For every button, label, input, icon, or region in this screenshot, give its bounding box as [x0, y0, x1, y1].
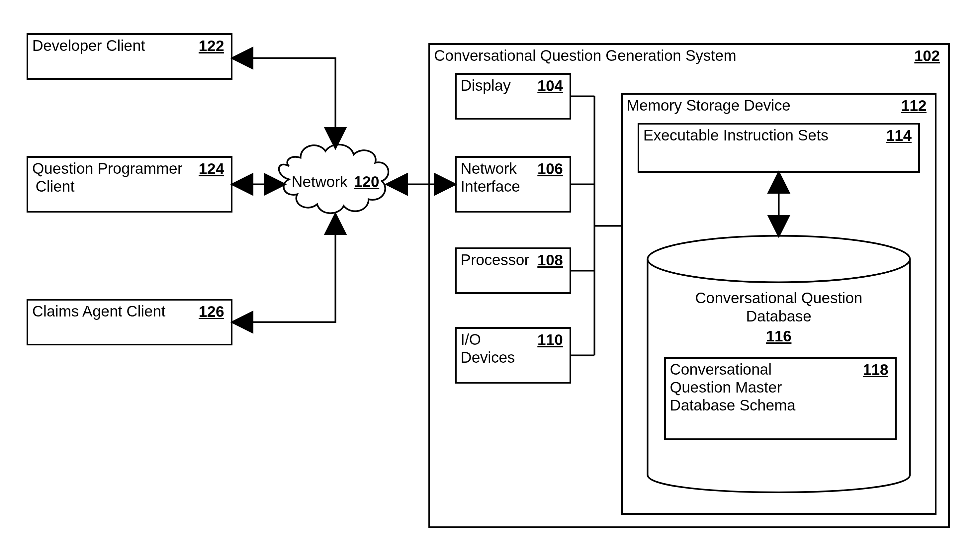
schema-box: Conversational Question Master Database …	[664, 357, 897, 440]
developer-client-ref: 122	[199, 37, 224, 55]
io-label2: Devices	[461, 349, 515, 366]
system-title: Conversational Question Generation Syste…	[434, 47, 736, 64]
db-title1: Conversational Question	[648, 289, 910, 307]
programmer-client-label: Question Programmer	[32, 160, 183, 177]
io-label: I/O	[461, 331, 481, 348]
network-ref: 120	[354, 173, 379, 190]
netif-box: Network Interface 106	[455, 156, 571, 213]
claims-client-label: Claims Agent Client	[32, 302, 165, 320]
schema-label3: Database Schema	[670, 397, 795, 414]
netif-ref: 106	[537, 160, 563, 178]
processor-ref: 108	[537, 251, 563, 269]
schema-label2: Question Master	[670, 378, 782, 396]
processor-label: Processor	[461, 251, 529, 269]
display-label: Display	[461, 77, 511, 94]
claims-client-ref: 126	[199, 302, 224, 321]
io-ref: 110	[537, 331, 563, 349]
exec-box: Executable Instruction Sets 114	[638, 123, 920, 173]
exec-label: Executable Instruction Sets	[643, 127, 828, 144]
db-ref: 116	[648, 327, 910, 345]
exec-ref: 114	[886, 127, 912, 145]
netif-label: Network	[461, 160, 517, 177]
network-label-wrap: Network 120	[289, 173, 382, 191]
db-ref-num: 116	[766, 327, 792, 345]
programmer-client-label2: Client	[35, 178, 75, 195]
network-label: Network	[291, 173, 348, 190]
programmer-client-ref: 124	[199, 160, 224, 178]
io-box: I/O Devices 110	[455, 327, 571, 384]
programmer-client-box: Question Programmer Client 124	[27, 156, 232, 213]
memory-ref: 112	[901, 97, 926, 114]
processor-box: Processor 108	[455, 248, 571, 294]
db-title2: Database	[648, 307, 910, 325]
schema-ref: 118	[863, 361, 888, 378]
display-box: Display 104	[455, 73, 571, 119]
developer-client-box: Developer Client 122	[27, 33, 232, 80]
claims-client-box: Claims Agent Client 126	[27, 299, 232, 345]
schema-label1: Conversational	[670, 361, 772, 378]
display-ref: 104	[537, 77, 563, 95]
netif-label2: Interface	[461, 178, 520, 195]
developer-client-label: Developer Client	[32, 37, 145, 54]
system-ref: 102	[914, 47, 940, 65]
memory-title: Memory Storage Device	[627, 97, 791, 114]
